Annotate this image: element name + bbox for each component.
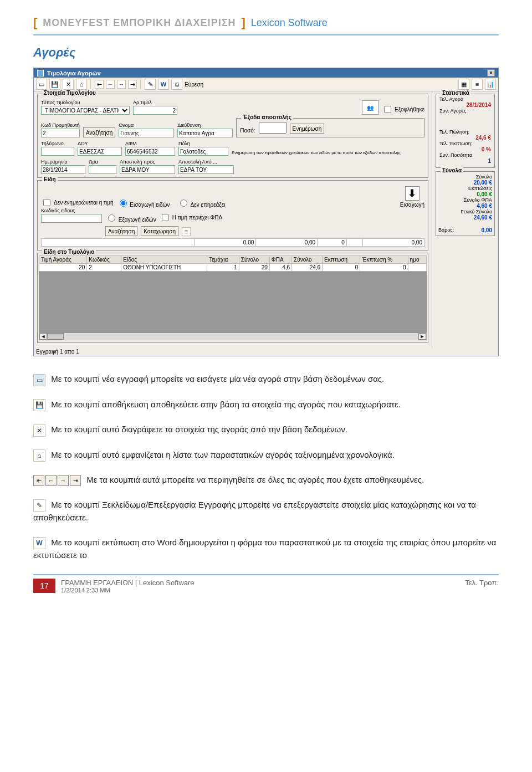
city-label: Πόλη	[178, 141, 228, 146]
paid-checkbox[interactable]	[384, 106, 391, 113]
item-code-label: Κωδικός είδους	[41, 208, 102, 213]
radio-export-wrapper[interactable]: Εξαγωγή ειδών	[105, 213, 156, 223]
total-weight-label: Βάρος:	[438, 227, 454, 233]
total-grand-value: 24,60 €	[438, 214, 492, 221]
table-row[interactable]: 20 2 ΟΘΟΝΗ ΥΠΟΛΟΓΙΣΤΗ 1 20 4,6 24,6 0 0	[39, 264, 427, 272]
no-update-price-checkbox-wrapper[interactable]: Δεν ενημερώνεται η τιμή	[41, 197, 114, 208]
shipfrom-input[interactable]	[178, 165, 234, 174]
shipto-label: Αποστολή προς	[120, 159, 175, 165]
type-label: Τύπος Τιμολογίου	[41, 100, 130, 105]
people-icon[interactable]: 👥	[362, 100, 378, 115]
scroll-left-icon[interactable]: ◄	[39, 333, 47, 340]
date-input[interactable]	[41, 165, 85, 174]
item-register-button[interactable]: Καταχώρηση	[141, 226, 178, 236]
close-icon[interactable]: ×	[487, 69, 495, 76]
total-disc-label: Εκπτώσεις	[438, 186, 492, 191]
total-disc-value: 0,00 €	[438, 191, 492, 197]
bracket-close: ]	[241, 16, 245, 30]
type-select[interactable]: ΤΙΜΟΛΟΓΙΟ ΑΓΟΡΑΣ - ΔΕΛΤΙΟ	[41, 106, 130, 115]
group-lines-title: Είδη στο Τιμολόγιο	[42, 249, 96, 255]
toolbar-extra1-icon[interactable]: ▦	[458, 79, 469, 90]
scroll-thumb[interactable]	[47, 333, 64, 340]
group-invoice-title: Στοιχεία Τιμολογίου	[42, 90, 98, 96]
toolbar-list-icon[interactable]: ⌂	[76, 79, 87, 90]
doy-input[interactable]	[78, 147, 122, 156]
header-title-brand: Lexicon Software	[251, 17, 328, 29]
header-title-main: MONEYFEST ΕΜΠΟΡΙΚΗ ΔΙΑΧΕΙΡΙΣΗ	[43, 17, 236, 29]
toolbar-first-icon[interactable]: ⇤	[95, 80, 104, 89]
radio-import[interactable]	[120, 200, 127, 207]
toolbar-delete-icon[interactable]: ✕	[63, 79, 74, 90]
items-totals-row: 0,00 0,00 0 0,00	[42, 239, 424, 247]
group-shipping-title: Έξοδα αποστολής	[241, 114, 293, 120]
toolbar-extra3-icon[interactable]: 📊	[485, 79, 496, 90]
paragraph-new: ▭ Με το κουμπί νέα εγγραφή μπορείτε να ε…	[33, 373, 499, 386]
table-header-row: Τιμή Αγοράς Κωδικός Είδος Τεμάχια Σύνολο…	[39, 256, 427, 264]
toolbar-next-icon[interactable]: →	[117, 80, 126, 89]
paragraph-unlock: ✎ Με το κουμπί Ξεκλείδωμα/Επεξεργασία Εγ…	[33, 499, 499, 524]
footer-right: Τελ. Τροπ.	[465, 579, 499, 587]
doy-label: ΔΟΥ	[78, 141, 122, 146]
toolbar-prev-icon[interactable]: ←	[106, 80, 115, 89]
toolbar-unlock-icon[interactable]: ✎	[145, 79, 156, 90]
total-sum-value: 20,00 €	[438, 180, 492, 186]
city-input[interactable]	[178, 147, 228, 156]
totals-title: Σύνολα	[441, 167, 463, 173]
radio-import-wrapper[interactable]: Εισαγωγή ειδών	[117, 198, 170, 208]
number-input[interactable]	[133, 106, 177, 115]
record-status: Εγγραφή 1 απο 1	[34, 347, 498, 356]
toolbar-save-icon[interactable]: 💾	[49, 79, 60, 90]
toolbar-last-icon[interactable]: ⇥	[128, 80, 137, 89]
scroll-right-icon[interactable]: ►	[418, 333, 426, 340]
price-incl-vat-checkbox-wrapper[interactable]: Η τιμή περιέχει ΦΠΑ	[160, 212, 223, 223]
name-input[interactable]	[119, 129, 174, 137]
stat-last-sale-value: 24,6 €	[439, 135, 491, 141]
radio-noaffect-wrapper[interactable]: Δεν επηρεάζει	[177, 198, 225, 208]
paragraph-nav: ⇤ ← → ⇥ Με τα κουμπιά αυτά μπορείτε να π…	[33, 474, 499, 487]
lines-empty-area	[39, 272, 427, 333]
phone-input[interactable]	[41, 147, 74, 156]
name-label: Ονομα	[119, 122, 174, 128]
no-update-price-checkbox[interactable]	[43, 199, 50, 206]
radio-export[interactable]	[108, 214, 115, 222]
lines-table[interactable]: Τιμή Αγοράς Κωδικός Είδος Τεμάχια Σύνολο…	[39, 255, 427, 272]
stat-last-purchase-label: Τελ. Αγορά	[439, 96, 491, 102]
shipping-update-button[interactable]: Ενημέρωση	[290, 124, 325, 134]
item-code-input[interactable]	[41, 214, 102, 223]
radio-noaffect[interactable]	[180, 200, 187, 207]
supplier-search-button[interactable]: Αναζήτηση	[83, 127, 115, 137]
address-input[interactable]	[177, 129, 233, 137]
app-window: Τιμολόγια Αγορών × ▭ 💾 ✕ ⌂ ⇤ ← → ⇥ ✎ W ⎙…	[33, 68, 499, 356]
horizontal-scrollbar[interactable]: ◄ ►	[39, 333, 427, 340]
bracket-open: [	[33, 16, 37, 30]
total-vat-value: 4,60 €	[438, 203, 492, 209]
window-title-text: Τιμολόγια Αγορών	[47, 70, 101, 76]
shipping-amount-input[interactable]	[259, 122, 287, 134]
stat-total-qty-value: 1	[439, 158, 491, 164]
window-icon	[37, 70, 44, 76]
import-arrow-icon[interactable]: ⬇	[405, 186, 420, 201]
supplier-code-input[interactable]	[41, 129, 80, 137]
afm-input[interactable]	[125, 147, 175, 156]
nav-next-icon: →	[58, 475, 69, 486]
price-incl-vat-checkbox[interactable]	[162, 214, 169, 221]
paragraph-save: 💾 Με το κουμπί αποθήκευση αποθηκεύετε στ…	[33, 398, 499, 412]
paragraph-word: W Με το κουμπί εκτύπωση στο Word δημιουρ…	[33, 536, 499, 562]
toolbar-find-label: Εύρεση	[185, 81, 203, 88]
stat-total-qty-label: Συν. Ποσότητα:	[439, 152, 491, 158]
stat-last-disc-label: Τελ. Έκπτωση:	[439, 141, 491, 146]
new-record-icon: ▭	[33, 374, 45, 386]
window-titlebar[interactable]: Τιμολόγια Αγορών ×	[34, 68, 498, 78]
total-sum-label: Σύνολο	[438, 174, 492, 180]
toolbar-word-icon[interactable]: W	[158, 79, 169, 90]
time-input[interactable]	[89, 165, 116, 174]
shipto-input[interactable]	[120, 165, 175, 174]
nav-first-icon: ⇤	[33, 475, 44, 486]
toolbar-print-icon[interactable]: ⎙	[171, 79, 182, 90]
item-list-icon[interactable]: ≡	[182, 227, 191, 236]
paid-checkbox-wrapper[interactable]: Εξοφλήθηκε	[382, 104, 424, 115]
page-number: 17	[33, 579, 55, 593]
item-search-button[interactable]: Αναζήτηση	[105, 226, 137, 236]
toolbar-new-icon[interactable]: ▭	[36, 79, 47, 90]
toolbar-extra2-icon[interactable]: ≡	[472, 79, 483, 90]
